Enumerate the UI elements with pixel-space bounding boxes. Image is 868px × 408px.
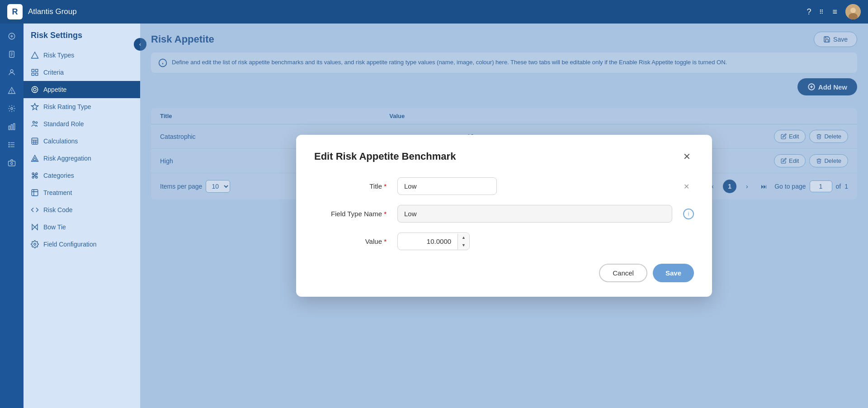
svg-rect-34 — [32, 138, 38, 144]
field-type-name-input[interactable] — [397, 205, 672, 223]
title-input[interactable] — [397, 177, 497, 195]
svg-point-13 — [11, 108, 13, 110]
form-row-field-type-name: Field Type Name * i — [314, 205, 694, 223]
value-number-input[interactable]: 10.0000 ▲ ▼ — [397, 232, 470, 250]
sidebar-item-appetite[interactable]: Appetite — [24, 81, 140, 98]
sidebar-label-bow-tie: Bow Tie — [43, 223, 66, 231]
calculations-icon — [31, 137, 39, 145]
rail-alert-icon[interactable] — [4, 82, 20, 99]
svg-point-20 — [9, 142, 9, 143]
svg-point-30 — [32, 86, 38, 93]
modal-overlay: Edit Risk Appetite Benchmark ✕ Title * ✕ — [140, 24, 868, 408]
sidebar-item-risk-aggregation[interactable]: Risk Aggregation — [24, 150, 140, 167]
navbar: R Atlantis Group ? ⠿ ≡ — [0, 0, 868, 24]
star-icon — [31, 103, 39, 111]
menu-icon[interactable]: ≡ — [832, 7, 837, 17]
modal-cancel-button[interactable]: Cancel — [599, 264, 647, 282]
svg-rect-16 — [14, 123, 15, 130]
categories-icon — [31, 171, 39, 180]
rail-chart-icon[interactable] — [4, 119, 20, 135]
title-label: Title * — [314, 182, 387, 190]
value-decrement-button[interactable]: ▼ — [458, 242, 469, 249]
value-display: 10.0000 — [398, 233, 458, 250]
svg-point-45 — [34, 243, 36, 246]
modal-title: Edit Risk Appetite Benchmark — [314, 151, 456, 162]
svg-rect-28 — [36, 73, 38, 76]
sidebar-title: Risk Settings — [24, 31, 140, 47]
sidebar-label-risk-rating-type: Risk Rating Type — [43, 103, 91, 110]
form-row-title: Title * ✕ — [314, 177, 694, 195]
svg-point-29 — [33, 88, 36, 91]
sidebar-label-appetite: Appetite — [43, 86, 66, 93]
modal-header: Edit Risk Appetite Benchmark ✕ — [314, 149, 694, 164]
sidebar-item-risk-types[interactable]: Risk Types — [24, 47, 140, 64]
apps-grid-icon[interactable]: ⠿ — [819, 9, 824, 15]
sidebar-item-criteria[interactable]: Criteria — [24, 64, 140, 81]
grid-icon — [31, 68, 39, 76]
rail-camera-icon[interactable] — [4, 155, 20, 171]
icon-rail — [0, 24, 24, 408]
sidebar-label-criteria: Criteria — [43, 69, 64, 76]
field-type-name-info-button[interactable]: i — [683, 209, 694, 219]
navbar-icons: ? ⠿ ≡ — [807, 4, 861, 19]
value-increment-button[interactable]: ▲ — [458, 234, 469, 242]
aggregation-icon — [31, 154, 39, 162]
avatar-image — [845, 4, 861, 19]
svg-rect-23 — [9, 161, 15, 166]
sidebar-label-categories: Categories — [43, 172, 74, 179]
main-layout: Risk Settings Risk Types Criteria Appeti… — [0, 24, 868, 408]
rail-doc-icon[interactable] — [4, 46, 20, 62]
rail-add-icon[interactable] — [4, 28, 20, 44]
required-marker: * — [382, 237, 387, 245]
app-logo: R — [7, 4, 23, 19]
treatment-icon — [31, 189, 39, 197]
sidebar-item-field-configuration[interactable]: Field Configuration — [24, 236, 140, 253]
help-icon[interactable]: ? — [807, 7, 811, 17]
svg-rect-27 — [32, 73, 34, 76]
sidebar: Risk Settings Risk Types Criteria Appeti… — [24, 24, 140, 408]
required-marker: * — [382, 182, 387, 190]
sidebar-item-bow-tie[interactable]: Bow Tie — [24, 218, 140, 236]
required-marker: * — [382, 210, 387, 218]
modal-save-button[interactable]: Save — [653, 264, 694, 282]
sidebar-item-risk-code[interactable]: Risk Code — [24, 201, 140, 218]
bowtie-icon — [31, 223, 39, 231]
sidebar-item-risk-rating-type[interactable]: Risk Rating Type — [24, 98, 140, 115]
sidebar-item-standard-role[interactable]: Standard Role — [24, 115, 140, 133]
triangle-icon — [31, 51, 39, 59]
svg-point-10 — [10, 70, 13, 72]
svg-point-12 — [12, 92, 12, 93]
sidebar-label-treatment: Treatment — [43, 189, 72, 196]
svg-point-22 — [9, 147, 9, 147]
modal-footer: Cancel Save — [314, 264, 694, 282]
title-clear-button[interactable]: ✕ — [684, 182, 689, 190]
svg-point-1 — [850, 8, 856, 13]
sidebar-item-calculations[interactable]: Calculations — [24, 133, 140, 150]
svg-rect-25 — [32, 69, 34, 71]
field-config-icon — [31, 240, 39, 248]
code-icon — [31, 206, 39, 214]
title-input-wrapper: ✕ — [397, 177, 694, 195]
sidebar-label-standard-role: Standard Role — [43, 120, 84, 128]
sidebar-label-risk-types: Risk Types — [43, 52, 74, 59]
svg-rect-14 — [9, 126, 10, 130]
svg-point-21 — [9, 144, 9, 145]
rail-list-icon[interactable] — [4, 137, 20, 153]
svg-point-24 — [11, 162, 13, 165]
sidebar-item-treatment[interactable]: Treatment — [24, 184, 140, 201]
edit-modal: Edit Risk Appetite Benchmark ✕ Title * ✕ — [296, 135, 712, 297]
rail-settings-icon[interactable] — [4, 100, 20, 117]
sidebar-label-calculations: Calculations — [43, 138, 78, 145]
field-type-name-label: Field Type Name * — [314, 210, 387, 218]
appetite-icon — [31, 85, 39, 94]
value-spinners: ▲ ▼ — [458, 234, 469, 249]
svg-rect-15 — [11, 125, 13, 130]
main-content: Risk Appetite Save Define and edit the l… — [140, 24, 868, 408]
modal-close-button[interactable]: ✕ — [679, 149, 694, 164]
people-icon — [31, 120, 39, 128]
rail-user-icon[interactable] — [4, 64, 20, 81]
svg-point-32 — [33, 121, 35, 123]
avatar[interactable] — [845, 4, 861, 19]
svg-point-33 — [36, 122, 38, 123]
sidebar-item-categories[interactable]: Categories — [24, 167, 140, 184]
